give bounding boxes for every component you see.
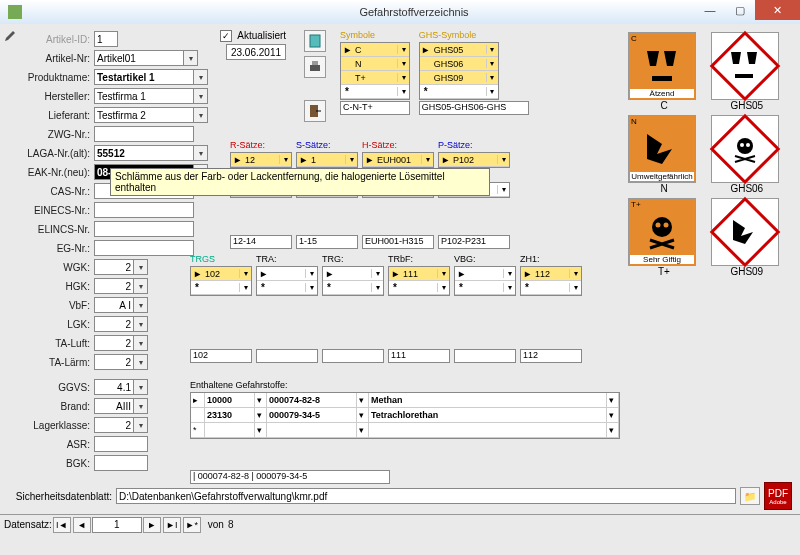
hgk-dropdown[interactable]: ▾ — [134, 278, 148, 294]
artikel-nr-field[interactable] — [94, 50, 184, 66]
label-wgk: WGK: — [22, 262, 94, 273]
nav-last[interactable]: ►I — [163, 517, 181, 533]
einecs-field[interactable] — [94, 202, 194, 218]
label-asr: ASR: — [22, 439, 94, 450]
elincs-field[interactable] — [94, 221, 194, 237]
enthaltene-label: Enthaltene Gefahrstoffe: — [190, 380, 620, 392]
taluft-dropdown[interactable]: ▾ — [134, 335, 148, 351]
hazard-c-label: C — [628, 100, 700, 111]
notes-button[interactable] — [304, 30, 326, 52]
symbole-item[interactable]: T+ — [353, 73, 397, 83]
environment-icon — [642, 129, 682, 169]
ghs-item[interactable]: GHS05 — [432, 45, 486, 55]
vbg-list[interactable]: ▸▾*▾ — [454, 266, 516, 296]
symbole-head: Symbole — [340, 30, 410, 42]
taluft-field[interactable] — [94, 335, 134, 351]
produktname-field[interactable] — [94, 69, 194, 85]
minimize-button[interactable]: — — [695, 0, 725, 20]
print-button[interactable] — [304, 56, 326, 78]
trgs-label: TRGS — [190, 254, 252, 266]
nav-first[interactable]: I◄ — [53, 517, 71, 533]
sdb-field[interactable] — [116, 488, 736, 504]
lieferant-dropdown[interactable]: ▾ — [194, 107, 208, 123]
r-label: R-Sätze: — [230, 140, 292, 152]
app-icon — [8, 5, 22, 19]
zwg-field[interactable] — [94, 126, 194, 142]
wgk-field[interactable] — [94, 259, 134, 275]
nav-pos[interactable] — [92, 517, 142, 533]
label-vbf: VbF: — [22, 300, 94, 311]
aktualisiert-checkbox[interactable]: ✓ — [220, 30, 232, 42]
pdf-icon[interactable]: PDFAdobe — [764, 482, 792, 510]
hazard-t-label: T+ — [628, 266, 700, 277]
lieferant-field[interactable] — [94, 107, 194, 123]
asr-field[interactable] — [94, 436, 148, 452]
eg-field[interactable] — [94, 240, 194, 256]
date-field[interactable] — [226, 44, 286, 60]
svg-rect-1 — [310, 65, 320, 71]
brand-dropdown[interactable]: ▾ — [134, 398, 148, 414]
corrosive-icon — [642, 46, 682, 86]
vbf-field[interactable] — [94, 297, 134, 313]
exit-button[interactable] — [304, 100, 326, 122]
nav-next[interactable]: ► — [143, 517, 161, 533]
ghs-list[interactable]: ▸GHS05▾ GHS06▾ GHS09▾ *▾ — [419, 42, 499, 100]
maximize-button[interactable]: ▢ — [725, 0, 755, 20]
label-einecs: EINECS-Nr.: — [22, 205, 94, 216]
symbole-item[interactable]: C — [353, 45, 397, 55]
lagerklasse-field[interactable] — [94, 417, 134, 433]
enthaltene-table[interactable]: ▸10000▾000074-82-8▾Methan▾ 23130▾000079-… — [190, 392, 620, 439]
skull-icon — [730, 134, 760, 164]
r-list[interactable]: ▸12▾ — [230, 152, 292, 168]
zh1-list[interactable]: ▸112▾*▾ — [520, 266, 582, 296]
produktname-dropdown[interactable]: ▾ — [194, 69, 208, 85]
s-list[interactable]: ▸1▾ — [296, 152, 358, 168]
ghs-item[interactable]: GHS09 — [432, 73, 486, 83]
ghs-item[interactable]: GHS06 — [432, 59, 486, 69]
titlebar: Gefahrstoffverzeichnis — ▢ ✕ — [0, 0, 800, 24]
notebook-icon — [308, 34, 322, 48]
p-list[interactable]: ▸P102▾ — [438, 152, 510, 168]
ggvs-field[interactable] — [94, 379, 134, 395]
symbole-list[interactable]: ▸C▾ N▾ T+▾ *▾ — [340, 42, 410, 100]
lgk-field[interactable] — [94, 316, 134, 332]
wgk-dropdown[interactable]: ▾ — [134, 259, 148, 275]
label-hgk: HGK: — [22, 281, 94, 292]
hgk-field[interactable] — [94, 278, 134, 294]
artikel-id-field[interactable] — [94, 31, 118, 47]
label-hersteller: Hersteller: — [22, 91, 94, 102]
trg-list[interactable]: ▸▾*▾ — [322, 266, 384, 296]
talaerm-dropdown[interactable]: ▾ — [134, 354, 148, 370]
vbf-dropdown[interactable]: ▾ — [134, 297, 148, 313]
hazard-ghs06: GHS06 — [711, 115, 783, 194]
label-elincs: ELINCS-Nr. — [22, 224, 94, 235]
h-list[interactable]: ▸EUH001▾ — [362, 152, 434, 168]
browse-button[interactable]: 📁 — [740, 487, 760, 505]
laga-dropdown[interactable]: ▾ — [194, 145, 208, 161]
svg-rect-2 — [312, 61, 318, 65]
nav-prev[interactable]: ◄ — [73, 517, 91, 533]
laga-field[interactable] — [94, 145, 194, 161]
close-button[interactable]: ✕ — [755, 0, 800, 20]
hersteller-dropdown[interactable]: ▾ — [194, 88, 208, 104]
ggvs-dropdown[interactable]: ▾ — [134, 379, 148, 395]
hazard-t: T+Sehr Giftig T+ — [628, 198, 700, 277]
hersteller-field[interactable] — [94, 88, 194, 104]
tra-list[interactable]: ▸▾*▾ — [256, 266, 318, 296]
label-laga: LAGA-Nr.(alt): — [22, 148, 94, 159]
bgk-field[interactable] — [94, 455, 148, 471]
label-lgk: LGK: — [22, 319, 94, 330]
svg-point-7 — [652, 217, 672, 237]
nav-new[interactable]: ►* — [183, 517, 201, 533]
artikel-nr-dropdown[interactable]: ▾ — [184, 50, 198, 66]
ghs06-label: GHS06 — [711, 183, 783, 194]
label-artikel-id: Artikel-ID: — [22, 34, 94, 45]
trgs-list[interactable]: ▸102▾*▾ — [190, 266, 252, 296]
trbf-list[interactable]: ▸111▾*▾ — [388, 266, 450, 296]
talaerm-field[interactable] — [94, 354, 134, 370]
lgk-dropdown[interactable]: ▾ — [134, 316, 148, 332]
lagerklasse-dropdown[interactable]: ▾ — [134, 417, 148, 433]
symbole-item[interactable]: N — [353, 59, 397, 69]
eak-tooltip: Schlämme aus der Farb- oder Lackentfernu… — [110, 168, 490, 196]
brand-field[interactable] — [94, 398, 134, 414]
